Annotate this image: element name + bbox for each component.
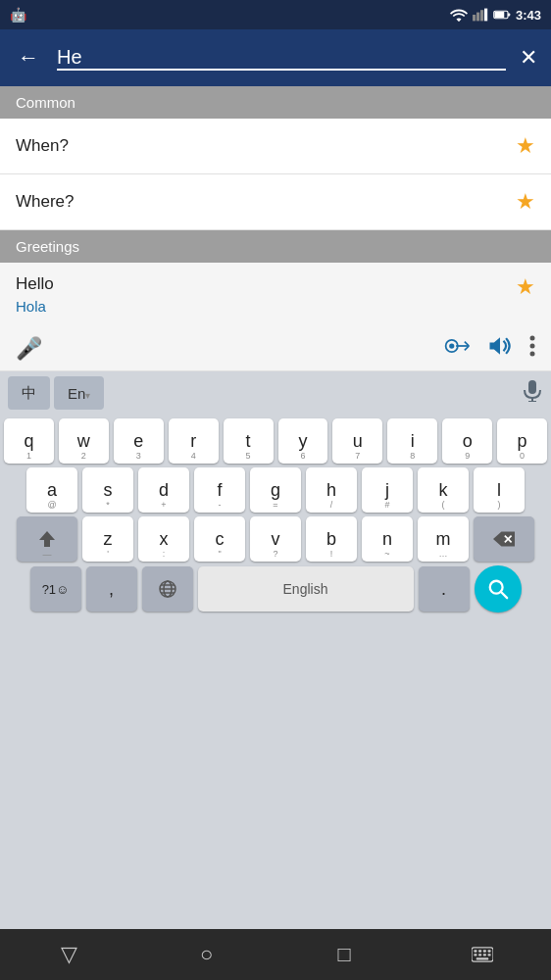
svg-rect-1 xyxy=(476,13,479,22)
nav-recents-button[interactable]: □ xyxy=(315,937,374,972)
key-shift[interactable]: — xyxy=(17,516,77,562)
star-icon-hello[interactable]: ★ xyxy=(516,274,535,300)
key-backspace[interactable] xyxy=(474,516,534,562)
key-i[interactable]: i8 xyxy=(387,418,437,464)
list-item-when[interactable]: When? ★ xyxy=(0,119,551,174)
greeting-main: Hello xyxy=(16,274,54,294)
key-search[interactable] xyxy=(475,565,522,612)
clear-button[interactable]: ✕ xyxy=(520,45,537,71)
key-t[interactable]: t5 xyxy=(224,418,274,464)
key-m[interactable]: m… xyxy=(418,516,469,562)
svg-rect-3 xyxy=(484,9,487,22)
svg-rect-15 xyxy=(528,380,536,394)
list-item-where[interactable]: Where? ★ xyxy=(0,174,551,230)
key-p[interactable]: p0 xyxy=(497,418,547,464)
nav-keyboard-button[interactable] xyxy=(453,937,512,972)
key-j[interactable]: j# xyxy=(362,467,413,513)
key-h[interactable]: h/ xyxy=(306,467,357,513)
key-w[interactable]: w2 xyxy=(59,418,109,464)
key-z[interactable]: z' xyxy=(82,516,133,562)
audio-speaker-button[interactable] xyxy=(486,335,514,362)
list-item-text-where: Where? xyxy=(16,174,75,229)
svg-rect-32 xyxy=(487,950,490,952)
key-k[interactable]: k( xyxy=(418,467,469,513)
svg-rect-30 xyxy=(478,950,481,952)
key-x[interactable]: x: xyxy=(138,516,189,562)
wifi-icon xyxy=(450,8,468,22)
key-y[interactable]: y6 xyxy=(278,418,328,464)
svg-point-12 xyxy=(530,336,535,341)
audio-controls: 🎤 xyxy=(0,326,551,371)
keyboard-top-row: 中 En▾ xyxy=(0,371,551,415)
svg-rect-37 xyxy=(476,957,488,959)
greeting-translation: Hola xyxy=(16,298,54,315)
svg-marker-18 xyxy=(39,531,55,547)
key-l[interactable]: l) xyxy=(474,467,525,513)
svg-rect-6 xyxy=(494,12,504,18)
status-left: 🤖 xyxy=(10,7,26,23)
bottom-nav: ▽ ○ □ xyxy=(0,929,551,980)
svg-rect-34 xyxy=(478,954,481,956)
svg-rect-36 xyxy=(487,954,490,956)
svg-rect-2 xyxy=(480,10,483,21)
status-bar: 🤖 3:43 xyxy=(0,0,551,29)
key-v[interactable]: v? xyxy=(250,516,301,562)
audio-scan-button[interactable] xyxy=(443,335,471,362)
svg-point-14 xyxy=(530,352,535,357)
svg-rect-31 xyxy=(483,950,486,952)
star-icon-when[interactable]: ★ xyxy=(516,133,535,159)
star-icon-where[interactable]: ★ xyxy=(516,189,535,215)
key-row-2: a@ s* d+ f- g= h/ j# k( l) xyxy=(4,467,547,513)
key-d[interactable]: d+ xyxy=(138,467,189,513)
section-header-common: Common xyxy=(0,86,551,119)
keyboard-mic-button[interactable] xyxy=(522,378,543,408)
time-display: 3:43 xyxy=(516,8,541,23)
key-e[interactable]: e3 xyxy=(114,418,164,464)
greetings-text-block: Hello Hola xyxy=(16,274,54,315)
key-g[interactable]: g= xyxy=(250,467,301,513)
svg-line-27 xyxy=(500,592,506,598)
search-bar: ← ✕ xyxy=(0,29,551,86)
svg-rect-29 xyxy=(474,950,476,952)
key-f[interactable]: f- xyxy=(194,467,245,513)
key-globe[interactable] xyxy=(142,566,193,612)
nav-home-button[interactable]: ○ xyxy=(177,937,236,972)
key-q[interactable]: q1 xyxy=(4,418,54,464)
svg-rect-0 xyxy=(473,15,476,21)
key-comma[interactable]: , xyxy=(86,566,137,612)
key-period[interactable]: . xyxy=(419,566,470,612)
android-icon: 🤖 xyxy=(10,7,26,23)
audio-icons xyxy=(443,334,535,363)
svg-rect-5 xyxy=(508,14,510,17)
key-n[interactable]: n~ xyxy=(362,516,413,562)
search-input-wrapper xyxy=(57,46,506,71)
key-r[interactable]: r4 xyxy=(169,418,219,464)
key-row-1: q1 w2 e3 r4 t5 y6 u7 i8 o9 p0 xyxy=(4,418,547,464)
list-item-text-when: When? xyxy=(16,119,69,173)
key-c[interactable]: c" xyxy=(194,516,245,562)
greetings-item-hello[interactable]: Hello Hola ★ xyxy=(0,263,551,326)
key-row-3: — z' x: c" v? b! n~ m… xyxy=(4,516,547,562)
english-keyboard-button[interactable]: En▾ xyxy=(54,376,104,410)
key-o[interactable]: o9 xyxy=(442,418,492,464)
key-row-4: ?1☺ , English . xyxy=(4,565,547,612)
section-header-greetings: Greetings xyxy=(0,230,551,263)
key-a[interactable]: a@ xyxy=(26,467,77,513)
key-u[interactable]: u7 xyxy=(332,418,382,464)
svg-point-11 xyxy=(449,343,454,348)
key-b[interactable]: b! xyxy=(306,516,357,562)
key-space[interactable]: English xyxy=(198,566,414,612)
nav-back-button[interactable]: ▽ xyxy=(39,937,98,972)
more-options-button[interactable] xyxy=(529,334,535,363)
mic-red-icon[interactable]: 🎤 xyxy=(16,336,42,362)
key-symbols[interactable]: ?1☺ xyxy=(30,566,81,612)
back-button[interactable]: ← xyxy=(14,41,43,74)
key-s[interactable]: s* xyxy=(82,467,133,513)
signal-icon xyxy=(473,8,488,22)
search-input[interactable] xyxy=(57,46,506,69)
chinese-keyboard-button[interactable]: 中 xyxy=(8,376,50,410)
svg-rect-33 xyxy=(474,954,476,956)
status-right: 3:43 xyxy=(450,8,541,23)
battery-icon xyxy=(493,8,511,22)
keyboard-rows: q1 w2 e3 r4 t5 y6 u7 i8 o9 p0 a@ s* d+ f… xyxy=(0,415,551,929)
